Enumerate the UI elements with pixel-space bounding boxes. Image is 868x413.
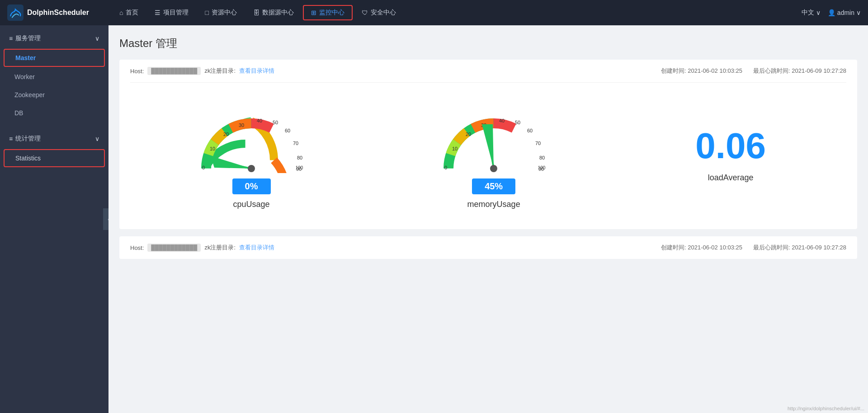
logo-text: DolphinScheduler (27, 9, 89, 17)
card2-host-ip: ████████████ (147, 244, 201, 252)
datasource-icon: 🗄 (253, 9, 259, 16)
svg-text:50: 50 (515, 120, 520, 125)
menu-icon-stats: ≡ (9, 135, 13, 142)
svg-text:10: 10 (452, 146, 458, 151)
monitor-card-1: Host: ████████████ zk注册目录: 查看目录详情 创建时间: … (119, 60, 857, 229)
load-average-container: 0.06 loadAverage (677, 119, 784, 192)
project-icon: ☰ (155, 9, 160, 16)
svg-text:70: 70 (535, 141, 541, 146)
nav-security[interactable]: 🛡 安全中心 (354, 6, 403, 19)
memory-label: memoryUsage (467, 200, 520, 209)
url-hint: http://nginx/dolphinscheduler/ui/#... (788, 406, 864, 411)
memory-gauge: 0 10 20 30 40 50 60 70 80 90 100 (435, 101, 552, 173)
nav-items: ⌂ 首页 ☰ 项目管理 □ 资源中心 🗄 数据源中心 ⊞ 监控中心 🛡 安全中心 (112, 5, 802, 20)
user-icon: 👤 (828, 9, 835, 16)
cpu-gauge: 0 10 20 30 40 50 60 70 80 90 100 100 (193, 101, 310, 173)
card2-zk-link[interactable]: 查看目录详情 (239, 244, 274, 252)
top-navigation: DolphinScheduler ⌂ 首页 ☰ 项目管理 □ 资源中心 🗄 数据… (0, 0, 868, 25)
cpu-gauge-item: 0 10 20 30 40 50 60 70 80 90 100 100 (193, 101, 310, 209)
svg-text:30: 30 (239, 122, 244, 128)
security-icon: 🛡 (362, 9, 368, 16)
svg-point-22 (248, 165, 255, 172)
memory-gauge-item: 0 10 20 30 40 50 60 70 80 90 100 (435, 101, 552, 209)
sidebar-toggle[interactable]: ‹ (103, 208, 108, 230)
sidebar-section-service-header[interactable]: ≡ 服务管理 ∨ (0, 29, 108, 48)
sidebar-section-stats: ≡ 统计管理 ∨ Statistics (0, 126, 108, 172)
sidebar-item-statistics[interactable]: Statistics (4, 149, 105, 167)
svg-text:50: 50 (273, 120, 278, 125)
sidebar-item-worker[interactable]: Worker (0, 68, 108, 86)
cpu-pct-badge: 0% (232, 178, 271, 194)
sidebar: ≡ 服务管理 ∨ Master Worker Zookeeper DB ≡ 统计… (0, 25, 108, 413)
monitor-card-2: Host: ████████████ zk注册目录: 查看目录详情 创建时间: … (119, 236, 857, 259)
chevron-down-section1: ∨ (95, 35, 99, 42)
zk-link[interactable]: 查看目录详情 (239, 67, 274, 75)
chevron-down-icon-user: ∨ (856, 9, 861, 16)
card-times: 创建时间: 2021-06-02 10:03:25 最后心跳时间: 2021-0… (661, 67, 846, 75)
svg-text:60: 60 (285, 128, 290, 133)
card-header-2: Host: ████████████ zk注册目录: 查看目录详情 创建时间: … (130, 244, 846, 252)
svg-text:80: 80 (297, 155, 302, 160)
svg-text:0: 0 (444, 165, 447, 170)
nav-monitor[interactable]: ⊞ 监控中心 (303, 5, 353, 20)
sidebar-item-master[interactable]: Master (4, 49, 105, 67)
chevron-down-section2: ∨ (95, 135, 99, 142)
sidebar-item-db[interactable]: DB (0, 104, 108, 122)
page-title: Master 管理 (119, 36, 857, 51)
cpu-label: cpuUsage (233, 200, 270, 209)
resource-icon: □ (205, 9, 208, 16)
svg-text:40: 40 (499, 118, 505, 123)
card2-heartbeat-time: 最后心跳时间: 2021-06-09 10:27:28 (753, 244, 846, 252)
sidebar-item-zookeeper[interactable]: Zookeeper (0, 86, 108, 104)
nav-datasource[interactable]: 🗄 数据源中心 (246, 6, 301, 19)
nav-home[interactable]: ⌂ 首页 (112, 6, 146, 19)
svg-text:40: 40 (257, 118, 262, 123)
sidebar-section-stats-header[interactable]: ≡ 统计管理 ∨ (0, 129, 108, 148)
user-menu[interactable]: 👤 admin ∨ (828, 9, 861, 16)
load-average-label: loadAverage (708, 173, 754, 183)
card2-host-label: Host: (130, 244, 144, 251)
svg-text:70: 70 (293, 141, 298, 146)
home-icon: ⌂ (119, 9, 123, 16)
nav-right: 中文 ∨ 👤 admin ∨ (802, 9, 861, 17)
svg-rect-0 (7, 5, 24, 21)
svg-text:80: 80 (539, 155, 545, 160)
heartbeat-time-label: 最后心跳时间: 2021-06-09 10:27:28 (753, 67, 846, 75)
monitor-icon: ⊞ (311, 9, 316, 16)
card2-zk-label: zk注册目录: (204, 244, 236, 252)
sidebar-section-service: ≡ 服务管理 ∨ Master Worker Zookeeper DB (0, 25, 108, 126)
svg-text:20: 20 (466, 131, 471, 137)
card2-host-info: Host: ████████████ zk注册目录: 查看目录详情 (130, 244, 274, 252)
menu-icon-service: ≡ (9, 35, 13, 42)
nav-project[interactable]: ☰ 项目管理 (147, 6, 196, 19)
svg-point-42 (490, 165, 497, 172)
card2-times: 创建时间: 2021-06-02 10:03:25 最后心跳时间: 2021-0… (661, 244, 846, 252)
language-selector[interactable]: 中文 ∨ (802, 9, 821, 17)
host-ip: ████████████ (147, 67, 201, 75)
create-time-label: 创建时间: 2021-06-02 10:03:25 (661, 67, 742, 75)
card2-create-time: 创建时间: 2021-06-02 10:03:25 (661, 244, 742, 252)
nav-resource[interactable]: □ 资源中心 (198, 6, 244, 19)
host-label: Host: (130, 68, 144, 75)
card-host-info: Host: ████████████ zk注册目录: 查看目录详情 (130, 67, 274, 75)
svg-text:10: 10 (210, 146, 215, 151)
card-header-1: Host: ████████████ zk注册目录: 查看目录详情 创建时间: … (130, 67, 846, 83)
main-layout: ≡ 服务管理 ∨ Master Worker Zookeeper DB ≡ 统计… (0, 25, 868, 413)
svg-text:60: 60 (527, 128, 533, 133)
svg-text:0: 0 (202, 165, 205, 170)
logo-area: DolphinScheduler (7, 5, 98, 21)
logo-icon (7, 5, 24, 21)
load-average-value: 0.06 (695, 128, 766, 164)
memory-pct-badge: 45% (472, 178, 515, 194)
chevron-down-icon: ∨ (816, 9, 821, 16)
svg-text:100: 100 (296, 165, 303, 170)
zk-label: zk注册目录: (204, 67, 236, 75)
main-content: Master 管理 Host: ████████████ zk注册目录: 查看目… (108, 25, 868, 413)
svg-text:20: 20 (223, 131, 229, 137)
svg-text:100: 100 (538, 165, 546, 170)
gauges-container: 0 10 20 30 40 50 60 70 80 90 100 100 (130, 92, 846, 218)
